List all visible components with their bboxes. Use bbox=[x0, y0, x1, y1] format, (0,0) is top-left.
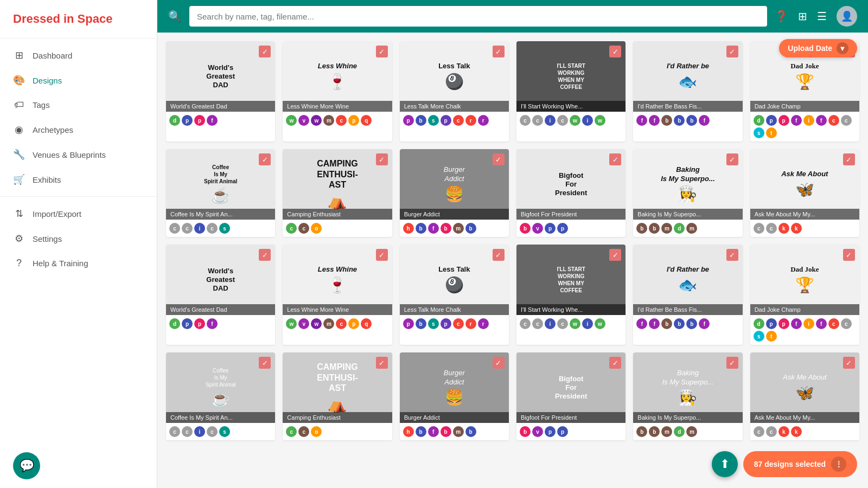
sidebar-item-settings[interactable]: ⚙ Settings bbox=[0, 226, 157, 251]
card-checkbox[interactable]: ✓ bbox=[843, 153, 855, 165]
tag-dot[interactable]: m bbox=[661, 426, 672, 437]
tag-dot[interactable]: b bbox=[441, 426, 451, 437]
tag-dot[interactable]: c bbox=[453, 318, 464, 329]
tag-dot[interactable]: r bbox=[478, 115, 489, 126]
tag-dot[interactable]: w bbox=[570, 115, 580, 126]
design-card[interactable]: ✓BigfootForPresidentBigfoot For Presiden… bbox=[516, 352, 626, 440]
tag-dot[interactable]: w bbox=[570, 318, 580, 329]
tag-dot[interactable]: c bbox=[336, 115, 347, 126]
tag-dot[interactable]: b bbox=[661, 318, 672, 329]
tag-dot[interactable]: m bbox=[686, 223, 697, 234]
tag-dot[interactable]: b bbox=[686, 115, 697, 126]
tag-dot[interactable]: d bbox=[754, 318, 764, 329]
design-card[interactable]: ✓I'LL STARTWORKINGWHEN MYCOFFEEI'll Star… bbox=[516, 245, 626, 345]
tag-dot[interactable]: c bbox=[766, 426, 777, 437]
tag-dot[interactable]: p bbox=[348, 115, 359, 126]
tag-dot[interactable]: p bbox=[778, 115, 789, 126]
tag-dot[interactable]: m bbox=[686, 426, 697, 437]
tag-dot[interactable]: i bbox=[545, 115, 556, 126]
card-checkbox[interactable]: ✓ bbox=[376, 249, 388, 261]
card-checkbox[interactable]: ✓ bbox=[726, 46, 738, 57]
tag-dot[interactable]: c bbox=[286, 223, 297, 234]
tag-dot[interactable]: r bbox=[465, 115, 476, 126]
tag-dot[interactable]: f bbox=[207, 318, 218, 329]
tag-dot[interactable]: v bbox=[298, 318, 309, 329]
tag-dot[interactable]: w bbox=[311, 318, 322, 329]
card-checkbox[interactable]: ✓ bbox=[493, 153, 505, 165]
sidebar-item-help[interactable]: ? Help & Training bbox=[0, 251, 157, 275]
tag-dot[interactable]: p bbox=[545, 426, 556, 437]
tag-dot[interactable]: i bbox=[545, 318, 556, 329]
design-card[interactable]: ✓Less Whine🍷Less Whine More Winewvwmcpq bbox=[283, 245, 392, 345]
sidebar-item-venues[interactable]: 🔧 Venues & Blueprints bbox=[0, 142, 157, 167]
tag-dot[interactable]: w bbox=[595, 115, 605, 126]
chat-button[interactable]: 💬 bbox=[13, 452, 40, 479]
card-checkbox[interactable]: ✓ bbox=[376, 357, 388, 369]
tag-dot[interactable]: f bbox=[791, 115, 802, 126]
tag-dot[interactable]: c bbox=[298, 426, 309, 437]
tag-dot[interactable]: i bbox=[582, 115, 593, 126]
tag-dot[interactable]: s bbox=[754, 331, 764, 342]
tag-dot[interactable]: k bbox=[778, 223, 789, 234]
tag-dot[interactable]: w bbox=[286, 318, 297, 329]
tag-dot[interactable]: b bbox=[441, 223, 451, 234]
tag-dot[interactable]: m bbox=[323, 318, 334, 329]
tag-dot[interactable]: b bbox=[649, 223, 660, 234]
tag-dot[interactable]: p bbox=[403, 318, 414, 329]
tag-dot[interactable]: p bbox=[545, 223, 556, 234]
tag-dot[interactable]: p bbox=[441, 318, 451, 329]
tag-dot[interactable]: f bbox=[428, 223, 439, 234]
upload-fab-button[interactable]: ⬆ bbox=[712, 451, 738, 477]
tag-dot[interactable]: b bbox=[649, 426, 660, 437]
tag-dot[interactable]: w bbox=[311, 115, 322, 126]
tag-dot[interactable]: d bbox=[169, 115, 180, 126]
design-card[interactable]: ✓Less Whine🍷Less Whine More Winewvwmcpq bbox=[283, 41, 392, 142]
tag-dot[interactable]: i bbox=[194, 426, 205, 437]
tag-dot[interactable]: f bbox=[207, 115, 218, 126]
design-card[interactable]: ✓CoffeeIs MySpirit Animal☕Coffee Is My S… bbox=[166, 352, 275, 440]
design-card[interactable]: ✓I'LL STARTWORKINGWHEN MYCOFFEEI'll Star… bbox=[516, 41, 626, 142]
search-input[interactable] bbox=[189, 6, 767, 27]
design-card[interactable]: ✓I'd Rather be🐟I'd Rather Be Bass Fis...… bbox=[633, 41, 742, 142]
card-checkbox[interactable]: ✓ bbox=[493, 357, 505, 369]
tag-dot[interactable]: h bbox=[403, 223, 414, 234]
design-card[interactable]: ✓BurgerAddict🍔Burger Addicthbfbmb bbox=[400, 352, 509, 440]
tag-dot[interactable]: d bbox=[674, 426, 685, 437]
tag-dot[interactable]: f bbox=[428, 426, 439, 437]
selected-menu-button[interactable]: ⋮ bbox=[831, 457, 846, 472]
tag-dot[interactable]: w bbox=[286, 115, 297, 126]
tag-dot[interactable]: f bbox=[816, 115, 827, 126]
tag-dot[interactable]: b bbox=[636, 223, 647, 234]
design-card[interactable]: ✓CoffeeIs MySpirit Animal☕Coffee Is My S… bbox=[166, 149, 275, 237]
tag-dot[interactable]: c bbox=[169, 426, 180, 437]
tag-dot[interactable]: f bbox=[636, 115, 647, 126]
tag-dot[interactable]: m bbox=[323, 115, 334, 126]
tag-dot[interactable]: t bbox=[766, 331, 777, 342]
tag-dot[interactable]: q bbox=[361, 318, 372, 329]
tag-dot[interactable]: c bbox=[766, 223, 777, 234]
tag-dot[interactable]: c bbox=[169, 223, 180, 234]
tag-dot[interactable]: r bbox=[478, 318, 489, 329]
tag-dot[interactable]: o bbox=[311, 426, 322, 437]
tag-dot[interactable]: c bbox=[286, 426, 297, 437]
tag-dot[interactable]: s bbox=[219, 426, 230, 437]
sidebar-item-import[interactable]: ⇅ Import/Export bbox=[0, 201, 157, 226]
tag-dot[interactable]: f bbox=[699, 318, 710, 329]
tag-dot[interactable]: p bbox=[348, 318, 359, 329]
tag-dot[interactable]: s bbox=[428, 115, 439, 126]
tag-dot[interactable]: p bbox=[194, 318, 205, 329]
tag-dot[interactable]: c bbox=[532, 115, 543, 126]
tag-dot[interactable]: c bbox=[453, 115, 464, 126]
help-header-icon[interactable]: ❓ bbox=[775, 10, 788, 23]
sidebar-item-archetypes[interactable]: ◉ Archetypes bbox=[0, 117, 157, 142]
tag-dot[interactable]: s bbox=[754, 127, 764, 138]
tag-dot[interactable]: c bbox=[520, 115, 531, 126]
tag-dot[interactable]: p bbox=[182, 318, 193, 329]
tag-dot[interactable]: p bbox=[182, 115, 193, 126]
list-view-icon[interactable]: ☰ bbox=[817, 10, 827, 23]
design-card[interactable]: ✓BakingIs My Superpo...👩‍🍳Baking Is My S… bbox=[633, 352, 742, 440]
tag-dot[interactable]: c bbox=[182, 223, 193, 234]
tag-dot[interactable]: c bbox=[520, 318, 531, 329]
tag-dot[interactable]: p bbox=[778, 318, 789, 329]
tag-dot[interactable]: f bbox=[791, 318, 802, 329]
